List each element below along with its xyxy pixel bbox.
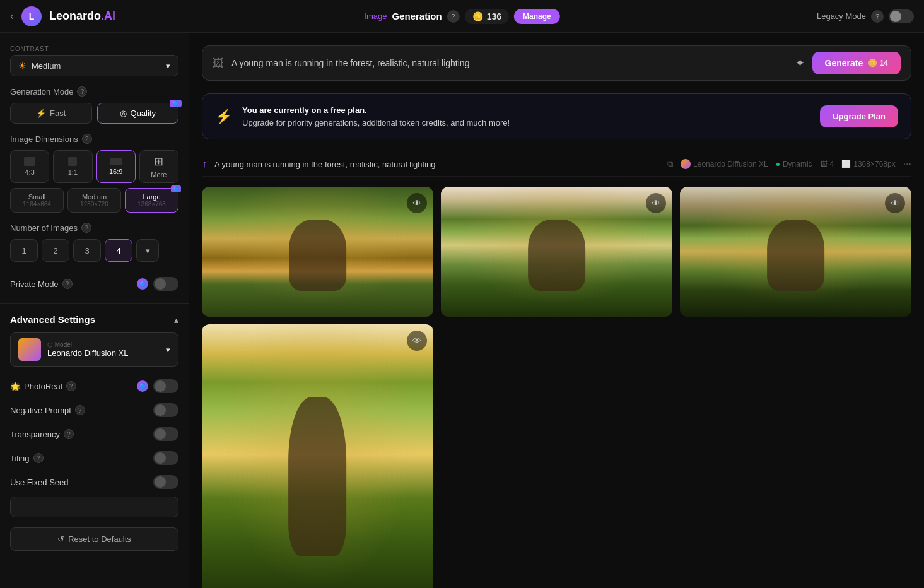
transparency-help[interactable]: ?	[64, 429, 74, 439]
mode-buttons: ⚡ Fast ◎ Quality 🔷	[10, 103, 178, 124]
transparency-row: Transparency ?	[0, 422, 189, 446]
photoreal-toggle[interactable]	[153, 379, 178, 393]
ratio-1-1-button[interactable]: 1:1	[53, 150, 92, 183]
private-mode-help[interactable]: ?	[62, 279, 73, 289]
tiling-label: Tiling	[10, 454, 30, 463]
num-3-button[interactable]: 3	[73, 239, 101, 262]
eye-button-2[interactable]: 👁	[646, 193, 666, 213]
image-1	[202, 187, 433, 317]
legacy-mode-toggle[interactable]	[889, 9, 914, 23]
model-select[interactable]: ⬡ Model Leonardo Diffusion XL ▾	[10, 332, 178, 367]
contrast-value: Medium	[32, 61, 61, 71]
photoreal-label: PhotoReal	[24, 382, 62, 391]
avatar[interactable]: L	[21, 6, 42, 26]
enhance-button[interactable]: ✦	[795, 56, 805, 70]
num-dropdown[interactable]: ▾	[136, 239, 159, 262]
image-grid: 👁 👁 👁	[202, 187, 911, 317]
generate-button[interactable]: Generate 🪙 14	[812, 52, 901, 74]
photoreal-pro-icon: 🔷	[137, 380, 148, 392]
seed-input[interactable]	[10, 497, 178, 517]
tiling-help[interactable]: ?	[33, 453, 44, 463]
negative-prompt-row: Negative Prompt ?	[0, 398, 189, 422]
negative-prompt-help[interactable]: ?	[75, 405, 85, 415]
image-3	[680, 187, 911, 317]
tiling-toggle[interactable]	[153, 451, 178, 465]
model-label: ⬡ Model	[47, 341, 160, 348]
chevron-down-icon: ▾	[166, 61, 170, 71]
num-images-label: Number of Images	[10, 223, 78, 233]
model-meta-icon	[681, 159, 691, 169]
image-dimensions-help[interactable]: ?	[82, 134, 92, 144]
image-grid-row-2: 👁	[202, 324, 911, 588]
token-count: 136	[487, 11, 501, 21]
fixed-seed-row: Use Fixed Seed	[0, 470, 189, 494]
negative-prompt-label: Negative Prompt	[10, 406, 71, 415]
num-images-row: 1 2 3 4 ▾	[10, 239, 178, 262]
model-name: Leonardo Diffusion XL	[47, 348, 160, 358]
reset-defaults-button[interactable]: ↺ Reset to Defaults	[10, 527, 178, 551]
prompt-input[interactable]	[231, 58, 788, 68]
image-card-2[interactable]: 👁	[441, 187, 672, 317]
size-medium-button[interactable]: Medium 1280×720	[67, 188, 121, 213]
divider-1	[0, 303, 189, 304]
nav-right: Legacy Mode ?	[817, 9, 914, 23]
result-count: 4	[830, 160, 834, 168]
result-style: Dynamic	[783, 160, 812, 168]
eye-button-3[interactable]: 👁	[885, 193, 905, 213]
copy-prompt-button[interactable]: ⧉	[667, 159, 673, 169]
nav-title-generation: Generation	[392, 11, 442, 21]
generation-result-header: ↑ A young man is running in the forest, …	[202, 152, 911, 177]
result-model: Leonardo Diffusion XL	[693, 160, 768, 168]
advanced-settings-header[interactable]: Advanced Settings ▴	[0, 307, 189, 332]
private-mode-section: Private Mode ? 🔷	[0, 267, 189, 301]
ratio-16-9-button[interactable]: 16:9	[96, 150, 136, 183]
more-options-button[interactable]: ···	[903, 158, 911, 170]
image-card-4[interactable]: 👁	[202, 324, 433, 588]
fast-icon: ⚡	[36, 109, 46, 118]
image-4	[202, 324, 433, 588]
size-large-button[interactable]: Large 1368×768 🔷	[125, 188, 178, 213]
num-images-section: Number of Images ? 1 2 3 4 ▾	[0, 218, 189, 267]
negative-prompt-toggle[interactable]	[153, 403, 178, 417]
private-mode-toggle[interactable]	[153, 277, 178, 291]
eye-button-1[interactable]: 👁	[407, 193, 427, 213]
image-card-1[interactable]: 👁	[202, 187, 433, 317]
contrast-select[interactable]: ☀ Medium ▾	[10, 55, 178, 76]
generation-mode-label: Generation Mode	[10, 87, 73, 97]
generation-help-button[interactable]: ?	[447, 10, 460, 23]
ratio-16-9-icon	[110, 158, 122, 165]
prompt-image-icon: 🖼	[213, 57, 224, 70]
fixed-seed-toggle[interactable]	[153, 475, 178, 489]
num-images-help[interactable]: ?	[81, 223, 91, 233]
banner-text: You are currently on a free plan. Upgrad…	[242, 104, 810, 129]
num-4-button[interactable]: 4	[105, 239, 132, 262]
image-card-3[interactable]: 👁	[680, 187, 911, 317]
quality-mode-button[interactable]: ◎ Quality 🔷	[97, 103, 179, 124]
ratio-grid: 4:3 1:1 16:9 ⊞ More	[10, 150, 178, 183]
manage-button[interactable]: Manage	[514, 9, 560, 24]
private-mode-label: Private Mode	[10, 279, 59, 289]
back-button[interactable]: ‹	[10, 9, 14, 23]
transparency-toggle[interactable]	[153, 427, 178, 441]
model-thumbnail	[18, 338, 41, 361]
sun-icon: ☀	[18, 61, 26, 71]
generation-mode-help[interactable]: ?	[77, 86, 87, 97]
num-1-button[interactable]: 1	[10, 239, 38, 262]
fast-mode-button[interactable]: ⚡ Fast	[10, 103, 92, 124]
ratio-4-3-button[interactable]: 4:3	[10, 150, 49, 183]
gen-meta: Leonardo Diffusion XL ● Dynamic 🖼 4 ⬜ 13…	[681, 159, 896, 169]
private-mode-row: Private Mode ? 🔷	[10, 272, 178, 296]
ratio-more-button[interactable]: ⊞ More	[139, 150, 178, 183]
style-dot: ●	[776, 160, 780, 168]
legacy-help-button[interactable]: ?	[871, 10, 884, 23]
image-2	[441, 187, 672, 317]
photoreal-help[interactable]: ?	[66, 381, 76, 391]
upgrade-plan-button[interactable]: Upgrade Plan	[820, 105, 898, 127]
reset-icon: ↺	[57, 534, 64, 544]
result-size: 1368×768px	[853, 160, 895, 168]
size-small-button[interactable]: Small 1184×664	[10, 188, 64, 213]
num-2-button[interactable]: 2	[42, 239, 69, 262]
contrast-section: Contrast ☀ Medium ▾	[0, 40, 189, 81]
legacy-mode-label: Legacy Mode	[817, 11, 866, 21]
nav-center: Image Generation ? 🪙 136 Manage	[364, 9, 559, 24]
